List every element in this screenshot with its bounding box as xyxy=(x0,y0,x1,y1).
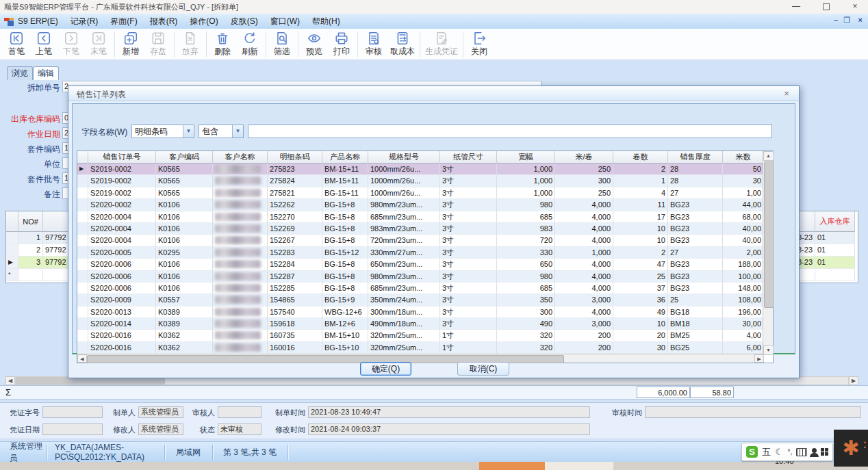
toolbar-refresh-button[interactable]: 刷新 xyxy=(236,29,264,60)
chevron-down-icon[interactable]: ▼ xyxy=(183,125,194,138)
soft-keyboard-icon[interactable] xyxy=(796,448,807,456)
table-row[interactable]: S2020-0016K0362160016BG-15+10320mm/25um.… xyxy=(77,342,764,354)
column-header-3[interactable]: 明细条码 xyxy=(268,151,322,164)
bg-grid-cell-no[interactable]: 3 xyxy=(18,257,43,269)
grid-vscrollbar[interactable]: ▲ ▼ xyxy=(763,151,773,355)
menu-item-7[interactable]: 帮助(H) xyxy=(312,16,340,27)
row-indicator xyxy=(77,283,88,294)
punctuation-icon[interactable]: °, xyxy=(787,449,792,456)
tab-edit[interactable]: 编辑 xyxy=(33,66,59,80)
table-row[interactable]: S2020-0004K0106152269BG-15+8983mm/23um..… xyxy=(77,223,764,235)
table-row[interactable]: S2020-0013K0389157540WBG-12+6300mm/18um.… xyxy=(77,306,764,318)
bg-grid-cell-wh[interactable] xyxy=(815,269,855,281)
table-row[interactable]: S2020-0014K0389159618BM-12+6490mm/18um..… xyxy=(77,318,764,330)
close-icon[interactable]: × xyxy=(843,1,867,13)
row-indicator xyxy=(77,199,88,211)
filter-operator-select[interactable]: 包含▼ xyxy=(199,125,244,138)
toolbar-print-button[interactable]: 打印 xyxy=(328,29,355,60)
toolbar-prev-button[interactable]: 上笔 xyxy=(30,29,58,60)
modal-close-icon[interactable]: × xyxy=(781,88,792,99)
toolbar-close-door-button[interactable]: 关闭 xyxy=(465,29,493,60)
scroll-up-icon[interactable]: ▲ xyxy=(763,151,774,161)
toolbar-filter-button[interactable]: 筛选 xyxy=(268,29,296,60)
taskbar-active-app[interactable] xyxy=(479,462,545,470)
toolbar-preview-button[interactable]: 预览 xyxy=(301,29,328,60)
toolbar-audit-button[interactable]: 审核 xyxy=(360,29,387,60)
bg-grid-cell-wh[interactable]: 01 xyxy=(815,232,855,244)
menu-item-0[interactable]: S9 ERP(E) xyxy=(18,16,58,26)
maximize-icon[interactable] xyxy=(815,1,838,13)
cancel-button[interactable]: 取消(C) xyxy=(457,362,509,376)
table-row[interactable]: S2020-0002K0106152262BG-15+8980mm/23um..… xyxy=(77,199,764,211)
mdi-close-icon[interactable]: × xyxy=(858,16,863,24)
menu-item-3[interactable]: 报表(R) xyxy=(150,16,178,27)
column-header-5[interactable]: 规格型号 xyxy=(368,151,440,164)
chevron-down-icon[interactable]: ▼ xyxy=(232,125,243,138)
toolbar-new-button[interactable]: 新增 xyxy=(117,29,144,60)
menu-item-6[interactable]: 窗口(W) xyxy=(270,16,300,27)
minimize-icon[interactable]: — xyxy=(784,1,808,13)
bg-grid-cell-no[interactable]: 2 xyxy=(18,244,43,257)
table-row[interactable]: S2019-0002K0565275824BM-15+111000mm/26u.… xyxy=(77,175,764,187)
bg-grid-cell-ind[interactable]: * xyxy=(6,269,18,281)
column-header-11[interactable]: 米数 xyxy=(723,151,764,164)
scroll-left-icon[interactable]: ◀ xyxy=(77,354,87,363)
bg-grid-cell-wh[interactable]: 01 xyxy=(815,244,855,257)
table-row[interactable]: S2020-0006K0106152287BG-15+8980mm/23um..… xyxy=(77,271,764,283)
grid-scroll-left-icon[interactable]: ◀ xyxy=(5,376,15,385)
ime-toolbox-icon[interactable] xyxy=(821,448,828,456)
column-header-2[interactable]: 客户名称 xyxy=(213,151,268,164)
bg-grid-cell-no[interactable]: 1 xyxy=(18,232,43,244)
column-header-4[interactable]: 产品名称 xyxy=(322,151,368,164)
bg-grid-cell-no[interactable] xyxy=(18,269,43,281)
table-row[interactable]: ▶S2019-0002K0565275823BM-15+111000mm/26u… xyxy=(77,164,764,175)
column-header-10[interactable]: 销售厚度 xyxy=(668,151,723,164)
modal-titlebar[interactable]: 销售订单列表 × xyxy=(68,86,799,101)
table-row[interactable]: S2020-0006K0106152285BG-15+8685mm/23um..… xyxy=(77,283,764,294)
ok-button[interactable]: 确定(Q) xyxy=(360,362,411,376)
column-header-6[interactable]: 纸管尺寸 xyxy=(440,151,497,164)
mdi-restore-icon[interactable]: ❐ xyxy=(843,16,850,25)
taskbar-app[interactable] xyxy=(545,462,613,470)
scroll-down-icon[interactable]: ▼ xyxy=(763,345,774,355)
scroll-right-icon[interactable]: ▶ xyxy=(754,354,764,363)
bg-grid-cell-ind[interactable]: ▶ xyxy=(6,257,18,269)
menu-item-4[interactable]: 操作(O) xyxy=(190,16,218,27)
table-row[interactable]: S2019-0002K0565275821BG-15+111000mm/26u.… xyxy=(77,187,764,199)
filter-value-input[interactable] xyxy=(248,125,772,138)
vscrollbar-thumb[interactable] xyxy=(764,161,774,308)
table-row[interactable]: S2020-0016K0362160735BM-15+10320mm/25um.… xyxy=(77,330,764,341)
column-header-0[interactable]: 销售订单号 xyxy=(88,151,156,164)
bg-grid-cell-ind[interactable] xyxy=(6,232,18,244)
wubi-mode-icon[interactable]: 五 xyxy=(762,447,771,456)
filter-field-select[interactable]: 明细条码▼ xyxy=(131,125,194,138)
sogou-ime-icon[interactable]: S xyxy=(746,446,758,458)
modal-grid-hscrollbar[interactable]: ◀ ▶ xyxy=(77,354,764,363)
table-row[interactable]: S2020-0006K0106152284BG-15+8650mm/23um..… xyxy=(77,259,764,270)
table-row[interactable]: S2020-0005K0295152283BG-15+12330mm/27um.… xyxy=(77,247,764,259)
bg-grid-cell-ind[interactable] xyxy=(6,244,18,257)
table-row[interactable]: S2020-0004K0106152267BG-15+8720mm/23um..… xyxy=(77,235,764,246)
toolbar-first-button[interactable]: 首笔 xyxy=(3,29,30,60)
bg-grid-header-wh[interactable]: 入库仓库 xyxy=(815,211,855,232)
bg-grid-header-ind[interactable] xyxy=(6,211,18,232)
menu-item-2[interactable]: 界面(F) xyxy=(110,16,137,27)
column-header-1[interactable]: 客户编码 xyxy=(156,151,213,164)
toolbar-cost-button[interactable]: 取成本 xyxy=(387,29,418,60)
bg-grid-cell-wh[interactable]: 01 xyxy=(815,257,855,269)
table-row[interactable]: S2020-0009K0557154865BG-15+9350mm/24um..… xyxy=(77,294,764,306)
table-row[interactable]: S2020-0004K0106152270BG-15+8685mm/23um..… xyxy=(77,211,764,223)
account-icon[interactable] xyxy=(812,448,817,453)
menu-item-1[interactable]: 记录(R) xyxy=(71,16,99,27)
toolbar-delete-button[interactable]: 删除 xyxy=(209,29,236,60)
menu-item-5[interactable]: 皮肤(S) xyxy=(231,16,258,27)
tab-browse[interactable]: 浏览 xyxy=(7,66,33,80)
screen-recorder-overlay[interactable]: ✱ •• xyxy=(834,430,868,467)
mdi-minimize-icon[interactable]: – xyxy=(834,16,838,24)
grid-scroll-right-icon[interactable]: ▶ xyxy=(849,376,858,385)
column-header-7[interactable]: 宽幅 xyxy=(497,151,555,164)
bg-grid-header-no[interactable]: NO# xyxy=(18,211,43,232)
column-header-9[interactable]: 卷数 xyxy=(613,151,668,164)
column-header-8[interactable]: 米/卷 xyxy=(555,151,613,164)
halfmoon-icon[interactable]: ☾ xyxy=(776,447,784,456)
